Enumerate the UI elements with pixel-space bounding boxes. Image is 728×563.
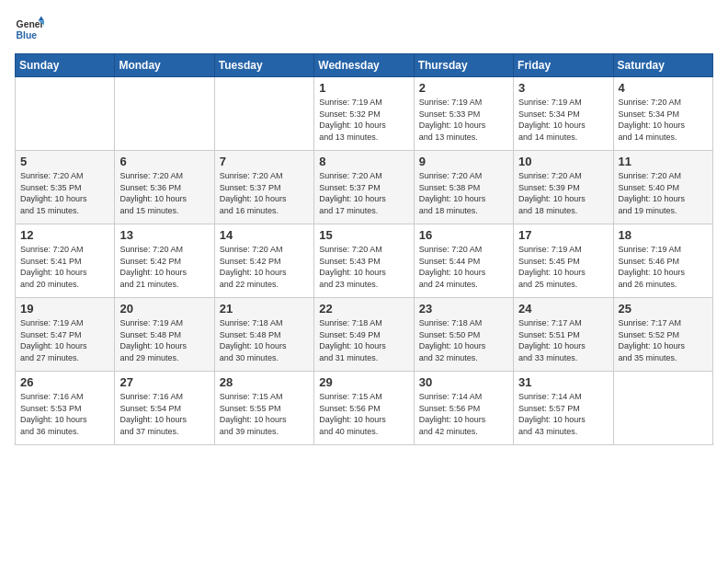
day-info: Sunrise: 7:15 AM Sunset: 5:55 PM Dayligh… <box>220 391 309 437</box>
calendar-cell <box>16 77 115 151</box>
day-info: Sunrise: 7:18 AM Sunset: 5:50 PM Dayligh… <box>419 317 508 363</box>
calendar-cell: 17Sunrise: 7:19 AM Sunset: 5:45 PM Dayli… <box>514 224 613 298</box>
calendar-cell: 21Sunrise: 7:18 AM Sunset: 5:48 PM Dayli… <box>214 298 313 372</box>
calendar-cell: 1Sunrise: 7:19 AM Sunset: 5:32 PM Daylig… <box>314 77 414 151</box>
calendar-cell: 4Sunrise: 7:20 AM Sunset: 5:34 PM Daylig… <box>613 77 712 151</box>
calendar-week-row: 19Sunrise: 7:19 AM Sunset: 5:47 PM Dayli… <box>16 298 713 372</box>
day-info: Sunrise: 7:19 AM Sunset: 5:32 PM Dayligh… <box>319 97 408 143</box>
day-info: Sunrise: 7:17 AM Sunset: 5:51 PM Dayligh… <box>518 317 608 363</box>
calendar-cell: 5Sunrise: 7:20 AM Sunset: 5:35 PM Daylig… <box>16 151 115 224</box>
calendar-cell: 20Sunrise: 7:19 AM Sunset: 5:48 PM Dayli… <box>115 298 214 372</box>
day-number: 5 <box>20 155 109 168</box>
calendar-cell: 8Sunrise: 7:20 AM Sunset: 5:37 PM Daylig… <box>314 151 414 224</box>
calendar-week-row: 1Sunrise: 7:19 AM Sunset: 5:32 PM Daylig… <box>16 77 713 151</box>
day-number: 16 <box>419 228 508 242</box>
calendar-cell <box>214 77 313 151</box>
calendar-cell <box>613 372 712 445</box>
day-number: 14 <box>220 228 309 242</box>
logo: General Blue <box>15 15 44 44</box>
day-number: 6 <box>119 155 209 168</box>
day-info: Sunrise: 7:20 AM Sunset: 5:41 PM Dayligh… <box>20 244 109 290</box>
calendar-cell: 22Sunrise: 7:18 AM Sunset: 5:49 PM Dayli… <box>314 298 414 372</box>
day-info: Sunrise: 7:20 AM Sunset: 5:37 PM Dayligh… <box>220 170 309 216</box>
day-info: Sunrise: 7:18 AM Sunset: 5:49 PM Dayligh… <box>319 317 408 363</box>
calendar-cell: 12Sunrise: 7:20 AM Sunset: 5:41 PM Dayli… <box>16 224 115 298</box>
weekday-header-tuesday: Tuesday <box>214 54 313 77</box>
day-number: 27 <box>119 375 209 389</box>
day-info: Sunrise: 7:19 AM Sunset: 5:46 PM Dayligh… <box>619 244 708 290</box>
day-info: Sunrise: 7:20 AM Sunset: 5:42 PM Dayligh… <box>119 244 209 290</box>
day-number: 22 <box>319 302 408 316</box>
calendar-cell: 2Sunrise: 7:19 AM Sunset: 5:33 PM Daylig… <box>414 77 513 151</box>
day-number: 31 <box>518 375 608 389</box>
day-number: 20 <box>119 302 209 316</box>
day-info: Sunrise: 7:20 AM Sunset: 5:37 PM Dayligh… <box>319 170 408 216</box>
day-info: Sunrise: 7:16 AM Sunset: 5:53 PM Dayligh… <box>20 391 109 437</box>
day-number: 11 <box>619 155 708 168</box>
calendar-cell: 23Sunrise: 7:18 AM Sunset: 5:50 PM Dayli… <box>414 298 513 372</box>
calendar-cell: 18Sunrise: 7:19 AM Sunset: 5:46 PM Dayli… <box>613 224 712 298</box>
calendar-cell: 14Sunrise: 7:20 AM Sunset: 5:42 PM Dayli… <box>214 224 313 298</box>
day-number: 13 <box>119 228 209 242</box>
calendar-cell: 26Sunrise: 7:16 AM Sunset: 5:53 PM Dayli… <box>16 372 115 445</box>
day-number: 25 <box>619 302 708 316</box>
day-number: 8 <box>319 155 408 168</box>
calendar-cell: 29Sunrise: 7:15 AM Sunset: 5:56 PM Dayli… <box>314 372 414 445</box>
svg-text:Blue: Blue <box>17 30 38 40</box>
calendar-cell: 31Sunrise: 7:14 AM Sunset: 5:57 PM Dayli… <box>514 372 613 445</box>
calendar-cell: 9Sunrise: 7:20 AM Sunset: 5:38 PM Daylig… <box>414 151 513 224</box>
calendar-cell: 16Sunrise: 7:20 AM Sunset: 5:44 PM Dayli… <box>414 224 513 298</box>
day-info: Sunrise: 7:19 AM Sunset: 5:45 PM Dayligh… <box>518 244 608 290</box>
day-info: Sunrise: 7:20 AM Sunset: 5:40 PM Dayligh… <box>619 170 708 216</box>
day-number: 21 <box>220 302 309 316</box>
day-number: 12 <box>20 228 109 242</box>
day-info: Sunrise: 7:20 AM Sunset: 5:36 PM Dayligh… <box>119 170 209 216</box>
day-number: 24 <box>518 302 608 316</box>
day-info: Sunrise: 7:17 AM Sunset: 5:52 PM Dayligh… <box>619 317 708 363</box>
day-number: 10 <box>518 155 608 168</box>
day-number: 19 <box>20 302 109 316</box>
day-number: 29 <box>319 375 408 389</box>
day-number: 9 <box>419 155 508 168</box>
weekday-header-sunday: Sunday <box>16 54 115 77</box>
day-info: Sunrise: 7:20 AM Sunset: 5:34 PM Dayligh… <box>619 97 708 143</box>
calendar-cell: 13Sunrise: 7:20 AM Sunset: 5:42 PM Dayli… <box>115 224 214 298</box>
day-info: Sunrise: 7:16 AM Sunset: 5:54 PM Dayligh… <box>119 391 209 437</box>
day-info: Sunrise: 7:20 AM Sunset: 5:42 PM Dayligh… <box>220 244 309 290</box>
page-header: General Blue <box>15 15 713 44</box>
weekday-header-friday: Friday <box>514 54 613 77</box>
day-number: 1 <box>319 81 408 95</box>
day-info: Sunrise: 7:19 AM Sunset: 5:34 PM Dayligh… <box>518 97 608 143</box>
calendar-cell: 11Sunrise: 7:20 AM Sunset: 5:40 PM Dayli… <box>613 151 712 224</box>
calendar-cell: 30Sunrise: 7:14 AM Sunset: 5:56 PM Dayli… <box>414 372 513 445</box>
day-info: Sunrise: 7:20 AM Sunset: 5:38 PM Dayligh… <box>419 170 508 216</box>
calendar-cell <box>115 77 214 151</box>
weekday-header-monday: Monday <box>115 54 214 77</box>
day-number: 2 <box>419 81 508 95</box>
day-number: 23 <box>419 302 508 316</box>
weekday-header-saturday: Saturday <box>613 54 712 77</box>
calendar-cell: 24Sunrise: 7:17 AM Sunset: 5:51 PM Dayli… <box>514 298 613 372</box>
calendar-week-row: 26Sunrise: 7:16 AM Sunset: 5:53 PM Dayli… <box>16 372 713 445</box>
day-number: 15 <box>319 228 408 242</box>
calendar-week-row: 5Sunrise: 7:20 AM Sunset: 5:35 PM Daylig… <box>16 151 713 224</box>
logo-icon: General Blue <box>15 15 44 44</box>
svg-marker-2 <box>39 17 44 21</box>
day-info: Sunrise: 7:14 AM Sunset: 5:57 PM Dayligh… <box>518 391 608 437</box>
day-info: Sunrise: 7:20 AM Sunset: 5:43 PM Dayligh… <box>319 244 408 290</box>
day-number: 17 <box>518 228 608 242</box>
calendar-cell: 19Sunrise: 7:19 AM Sunset: 5:47 PM Dayli… <box>16 298 115 372</box>
day-info: Sunrise: 7:15 AM Sunset: 5:56 PM Dayligh… <box>319 391 408 437</box>
day-number: 18 <box>619 228 708 242</box>
day-info: Sunrise: 7:20 AM Sunset: 5:35 PM Dayligh… <box>20 170 109 216</box>
day-number: 3 <box>518 81 608 95</box>
calendar-cell: 3Sunrise: 7:19 AM Sunset: 5:34 PM Daylig… <box>514 77 613 151</box>
day-info: Sunrise: 7:19 AM Sunset: 5:47 PM Dayligh… <box>20 317 109 363</box>
day-info: Sunrise: 7:19 AM Sunset: 5:33 PM Dayligh… <box>419 97 508 143</box>
day-number: 4 <box>619 81 708 95</box>
weekday-header-thursday: Thursday <box>414 54 513 77</box>
calendar-cell: 10Sunrise: 7:20 AM Sunset: 5:39 PM Dayli… <box>514 151 613 224</box>
day-number: 7 <box>220 155 309 168</box>
calendar-cell: 7Sunrise: 7:20 AM Sunset: 5:37 PM Daylig… <box>214 151 313 224</box>
calendar-cell: 27Sunrise: 7:16 AM Sunset: 5:54 PM Dayli… <box>115 372 214 445</box>
